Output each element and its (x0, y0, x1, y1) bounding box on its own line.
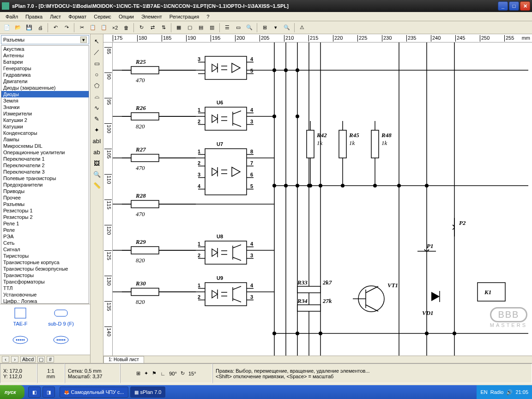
category-item[interactable]: Тиристоры (1, 253, 89, 259)
category-item[interactable]: Диоды (закрашенные) (1, 85, 89, 91)
curve-tool[interactable]: ⌓ (92, 91, 102, 102)
menu-sheet[interactable]: Лист (46, 13, 65, 20)
line-tool[interactable]: ／ (92, 47, 102, 57)
quick-launch2[interactable]: ◨ (42, 387, 55, 398)
tray-lang[interactable]: EN (480, 389, 487, 395)
category-item[interactable]: Транзисторы (1, 272, 89, 278)
scroll-right-button[interactable]: › (11, 356, 18, 363)
category-item[interactable]: Полевые транзисторы (1, 175, 89, 181)
category-combo[interactable]: Разъемы ▾ (1, 35, 89, 44)
maximize-button[interactable]: □ (509, 1, 519, 11)
category-item[interactable]: Значки (1, 104, 89, 110)
category-item[interactable]: Микросхемы DIL (1, 143, 89, 149)
label-tool[interactable]: ab (92, 147, 102, 157)
scroll-left-button[interactable]: ‹ (2, 356, 9, 363)
front-button[interactable]: ▤ (196, 23, 206, 33)
tray-radio[interactable]: Radio (490, 389, 504, 395)
category-item[interactable]: Установочные (1, 291, 89, 298)
measure-tool[interactable]: 📏 (92, 180, 102, 190)
category-item[interactable]: Трансформаторы (1, 278, 89, 285)
ungroup-button[interactable]: ▢ (185, 23, 195, 33)
chevron-down-icon[interactable]: ▾ (80, 36, 87, 43)
flip-v-button[interactable]: ⇅ (158, 23, 169, 33)
category-item[interactable]: РЭА (1, 233, 89, 240)
rotate-button[interactable]: ↻ (136, 23, 146, 33)
category-item[interactable]: Разъемы (1, 201, 89, 207)
category-item[interactable]: ТТЛ (1, 285, 89, 291)
warn-button[interactable]: ⚠ (297, 23, 307, 33)
category-item[interactable]: Конденсаторы (1, 130, 89, 136)
grid-icon[interactable]: ⊞ (136, 370, 140, 376)
delete-button[interactable]: 🗑 (121, 23, 131, 33)
num-button[interactable]: # (47, 356, 54, 363)
menu-help[interactable]: ? (203, 13, 213, 20)
new-button[interactable]: 📄 (2, 23, 12, 33)
category-item[interactable]: Акустика (1, 46, 89, 52)
select-tool[interactable]: ↖ (92, 36, 102, 46)
menu-edit[interactable]: Правка (22, 13, 46, 20)
back-button[interactable]: ▥ (207, 23, 217, 33)
zoom-button[interactable]: 🔍 (282, 23, 292, 33)
dup-button[interactable]: ×2 (110, 23, 120, 33)
clear-button[interactable]: ▢ (37, 356, 45, 363)
menu-options[interactable]: Опции (115, 13, 138, 20)
category-item[interactable]: Генераторы (1, 65, 89, 72)
category-item[interactable]: Лампы (1, 136, 89, 143)
category-item[interactable]: Реле (1, 227, 89, 233)
category-item[interactable]: Земля (1, 97, 89, 104)
snap-icon[interactable]: ✦ (144, 370, 148, 376)
category-item[interactable]: Предохранители (1, 181, 89, 188)
zoom-tool[interactable]: 🔍 (92, 169, 102, 179)
category-item[interactable]: Транзисторы безкорпусные (1, 266, 89, 272)
undo-button[interactable]: ↶ (50, 23, 60, 33)
category-item[interactable]: Катушки 2 (1, 117, 89, 123)
start-button[interactable]: пуск (0, 385, 24, 399)
system-tray[interactable]: EN Radio 🔊 21:05 (477, 385, 532, 399)
category-item[interactable]: Сигнал (1, 246, 89, 253)
menu-format[interactable]: Формат (65, 13, 90, 20)
category-item[interactable]: Двигатели (1, 78, 89, 85)
image-tool[interactable]: 🖼 (92, 158, 102, 168)
list-button[interactable]: ☰ (222, 23, 232, 33)
menu-file[interactable]: Файл (2, 13, 22, 20)
menu-service[interactable]: Сервис (90, 13, 115, 20)
sheet-tab-1[interactable]: 1: Новый лист (103, 356, 144, 363)
abcd-button[interactable]: Abcd (20, 356, 36, 363)
category-item[interactable]: Переключатели 2 (1, 162, 89, 169)
comp-extra1[interactable] (2, 333, 39, 356)
comp-tae-f[interactable]: TAE-F (2, 306, 39, 329)
category-item[interactable]: Переключатели 1 (1, 156, 89, 162)
menu-element[interactable]: Элемент (138, 13, 166, 20)
rect-tool[interactable]: ▭ (92, 58, 102, 68)
category-item[interactable]: Резисторы 1 (1, 207, 89, 214)
category-list[interactable]: АкустикаАнтенныБатареиГенераторыГидравли… (1, 45, 89, 304)
bezier-tool[interactable]: ∿ (92, 103, 102, 113)
circle-tool[interactable]: ○ (92, 69, 102, 79)
category-item[interactable]: Батареи (1, 59, 89, 65)
grid-button[interactable]: ⊞ (260, 23, 270, 33)
print-button[interactable]: 🖨 (35, 23, 45, 33)
category-item[interactable]: Приводы (1, 188, 89, 194)
category-item[interactable]: Измерители (1, 110, 89, 117)
category-item[interactable]: Цифр.: Логика (1, 298, 89, 304)
category-item[interactable]: Катушки (1, 123, 89, 130)
menu-registration[interactable]: Регистрация (166, 13, 203, 20)
category-item[interactable]: Реле 1 (1, 220, 89, 227)
category-item[interactable]: Гидравлика (1, 72, 89, 78)
category-item[interactable]: Антенны (1, 52, 89, 59)
quick-launch[interactable]: ◧ (28, 387, 41, 398)
category-item[interactable]: Операционные усилители (1, 149, 89, 156)
minimize-button[interactable]: _ (498, 1, 508, 11)
close-button[interactable]: ✕ (520, 1, 530, 11)
group-button[interactable]: ▦ (174, 23, 184, 33)
speaker-icon[interactable]: 🔊 (506, 389, 513, 395)
sheet-button[interactable]: ▭ (233, 23, 243, 33)
category-item[interactable]: Резисторы 2 (1, 214, 89, 220)
category-item[interactable]: Прочее (1, 194, 89, 201)
category-item[interactable]: Диоды (1, 91, 89, 97)
comp-subd9[interactable]: sub-D 9 (F) (42, 306, 79, 329)
copy-button[interactable]: 📋 (88, 23, 98, 33)
task-firefox[interactable]: 🦊 Самодельный ЧПУ c... (60, 387, 128, 398)
zoom-arrow[interactable]: ▾ (271, 23, 281, 33)
category-item[interactable]: Переключатели 3 (1, 169, 89, 175)
